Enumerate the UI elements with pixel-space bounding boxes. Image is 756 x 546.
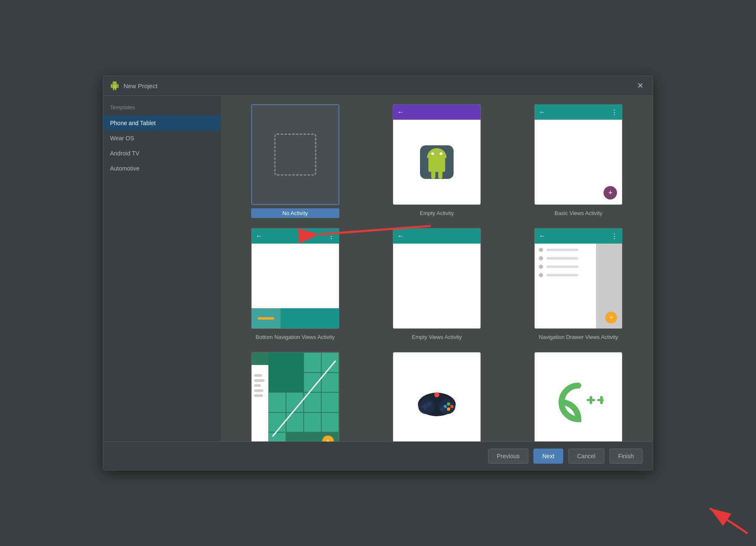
drawer-item-text-3 (546, 265, 578, 268)
fab-button: + (604, 186, 617, 200)
template-empty-activity[interactable]: ← (371, 104, 502, 218)
template-basic-views[interactable]: ← ⋮ + Basic Views Activity (513, 104, 644, 218)
basic-views-preview: ← ⋮ + (534, 104, 622, 205)
bottom-nav-phone: ← ⋮ (252, 228, 339, 328)
empty-views-label: Empty Views Activity (393, 332, 481, 342)
dialog-title: New Project (123, 82, 158, 89)
svg-point-12 (447, 407, 450, 411)
sidebar-item-android-tv[interactable]: Android TV (103, 146, 221, 161)
sidebar-item-phone-tablet[interactable]: Phone and Tablet (103, 116, 221, 131)
nav-drawer-phone: ← ⋮ (535, 228, 622, 328)
game-preview (393, 352, 481, 441)
bottom-nav-header: ← ⋮ (252, 228, 339, 244)
svg-point-2 (440, 152, 443, 155)
sidebar-section-label: Templates (103, 101, 221, 116)
svg-line-3 (273, 361, 336, 436)
back-arrow-icon: ← (397, 232, 404, 240)
dots-icon: ⋮ (611, 108, 618, 116)
empty-activity-body (393, 120, 480, 205)
empty-activity-preview: ← (393, 104, 481, 205)
drawer-item-3 (539, 265, 592, 269)
close-button[interactable]: ✕ (635, 80, 646, 91)
svg-point-10 (450, 405, 454, 408)
content-area: Templates Phone and Tablet Wear OS Andro… (103, 96, 653, 441)
basic-views-header: ← ⋮ (535, 105, 622, 120)
no-activity-preview (251, 104, 339, 205)
svg-point-9 (447, 402, 450, 406)
template-nav-drawer[interactable]: ← ⋮ (513, 228, 644, 342)
svg-point-13 (434, 392, 439, 397)
svg-point-14 (427, 402, 432, 407)
bottom-nav-bar (252, 308, 339, 328)
nav-tab-1 (252, 308, 281, 328)
drawer-item-1 (539, 248, 592, 252)
template-bottom-nav[interactable]: ← ⋮ (229, 228, 361, 342)
sidebar-item-wear-os[interactable]: Wear OS (103, 131, 221, 146)
svg-rect-8 (424, 404, 426, 410)
nav-drawer-body: + (535, 244, 622, 328)
bottom-nav-label: Bottom Navigation Views Activity (251, 332, 339, 342)
nav-drawer-label: Navigation Drawer Views Activity (534, 332, 622, 342)
previous-button[interactable]: Previous (488, 449, 528, 464)
template-spreadsheet[interactable]: + Responsive Views Activity (229, 352, 361, 441)
nav-drawer-preview: ← ⋮ (534, 228, 622, 329)
basic-views-phone: ← ⋮ + (535, 105, 622, 205)
cancel-button[interactable]: Cancel (568, 449, 604, 464)
back-arrow-icon: ← (397, 108, 404, 116)
back-arrow-icon: ← (539, 232, 546, 240)
dots-icon: ⋮ (328, 232, 335, 240)
bottom-nav-body (252, 244, 339, 308)
drawer-item-2 (539, 256, 592, 260)
drawer-item-text-4 (546, 274, 578, 276)
empty-views-phone: ← (393, 228, 480, 328)
no-activity-dashed-rect (274, 134, 316, 176)
nav-tab-3 (310, 308, 339, 328)
drawer-scrim: + (596, 244, 622, 328)
template-empty-views[interactable]: ← Empty Views Activity (371, 228, 502, 342)
nav-tab-2 (281, 308, 310, 328)
empty-activity-label: Empty Activity (393, 208, 481, 218)
android-icon (110, 81, 119, 90)
new-project-dialog: New Project ✕ Templates Phone and Tablet… (103, 76, 653, 470)
android-logo-icon (420, 145, 454, 179)
diagonal-chart-line (268, 352, 339, 441)
fab-button: + (605, 312, 617, 323)
dots-icon: ⋮ (611, 232, 618, 240)
empty-views-body (393, 244, 480, 328)
list-col (252, 365, 268, 441)
bottom-nav-preview: ← ⋮ (251, 228, 339, 329)
empty-views-header: ← (393, 228, 480, 244)
svg-point-15 (440, 407, 445, 412)
drawer-item-text-1 (546, 249, 578, 251)
sidebar: Templates Phone and Tablet Wear OS Andro… (103, 96, 221, 441)
template-game[interactable]: Game Activity (371, 352, 502, 441)
cpp-preview (534, 352, 622, 441)
empty-activity-header: ← (393, 105, 480, 120)
bottom-bar: Previous Next Cancel Finish (103, 441, 653, 470)
back-arrow-icon: ← (539, 108, 546, 116)
no-activity-label: No Activity (251, 208, 339, 218)
sidebar-item-automotive[interactable]: Automotive (103, 161, 221, 176)
empty-views-preview: ← (393, 228, 481, 329)
template-cpp[interactable]: Native C++ (513, 352, 644, 441)
next-button[interactable]: Next (533, 449, 563, 464)
game-controller-icon (416, 386, 458, 419)
drawer-item-icon-1 (539, 248, 543, 252)
nav-indicator (257, 317, 274, 320)
back-arrow-icon: ← (256, 232, 262, 240)
basic-views-body: + (535, 120, 622, 205)
basic-views-label: Basic Views Activity (534, 208, 622, 218)
finish-button[interactable]: Finish (609, 449, 643, 464)
cpp-logo-icon (553, 377, 604, 428)
drawer-panel (535, 244, 596, 328)
templates-grid: No Activity ← (229, 104, 644, 441)
title-bar: New Project ✕ (103, 76, 653, 96)
template-no-activity[interactable]: No Activity (229, 104, 361, 218)
drawer-item-text-2 (546, 257, 578, 260)
templates-area: No Activity ← (221, 96, 653, 441)
title-bar-left: New Project (110, 81, 158, 90)
drawer-item-4 (539, 273, 592, 277)
svg-rect-17 (590, 396, 592, 404)
nav-drawer-header: ← ⋮ (535, 228, 622, 244)
drawer-overlay: + (535, 244, 622, 328)
